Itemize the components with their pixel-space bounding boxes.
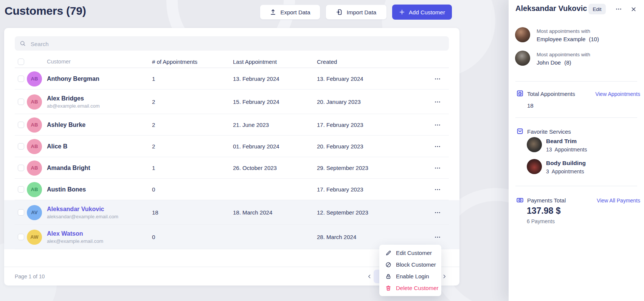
payments-count: 6 Payments xyxy=(527,218,555,224)
panel-more-button[interactable] xyxy=(613,5,624,14)
customer-avatar: AB xyxy=(27,139,42,154)
table-row[interactable]: AB Amanda Bright 1 26. October 2023 29. … xyxy=(4,157,459,179)
table-row[interactable]: AB Ashley Burke 2 21. June 2023 17. Febr… xyxy=(4,114,459,136)
employee-appointments-count: (10) xyxy=(589,36,599,42)
context-menu-item[interactable]: Edit Customer xyxy=(379,247,441,259)
row-actions-button[interactable] xyxy=(431,157,444,179)
chevron-left-icon xyxy=(367,274,372,279)
column-header-appointments: # of Appointments xyxy=(152,55,197,68)
customer-email: alex@example.email.com xyxy=(47,238,103,244)
row-checkbox[interactable] xyxy=(18,186,24,193)
table-header: Customer # of Appointments Last Appointm… xyxy=(4,55,459,68)
service-appointments-count: 13 xyxy=(546,147,552,153)
favorite-services-label: Favorite Services xyxy=(527,128,571,135)
created-date: 12. September 2023 xyxy=(317,200,368,225)
customer-name-link[interactable]: Aleksandar Vukovic xyxy=(47,206,104,213)
row-actions-button[interactable] xyxy=(431,179,444,200)
most-appointments-item: Most appointments with John Doe (8) xyxy=(515,51,599,69)
menu-item-label: Enable Login xyxy=(396,273,429,279)
close-panel-button[interactable] xyxy=(628,5,639,14)
view-all-payments-link[interactable]: View All Payments xyxy=(597,198,640,204)
last-appointment-date: 26. October 2023 xyxy=(233,157,277,179)
table-row[interactable]: AV Aleksandar Vukovic aleksandar@example… xyxy=(4,200,459,225)
customer-email: ab@example.email.com xyxy=(47,103,100,109)
row-actions-button[interactable] xyxy=(431,90,444,114)
export-data-label: Export Data xyxy=(280,9,310,15)
last-appointment-date: 01. February 2024 xyxy=(233,136,279,157)
row-checkbox[interactable] xyxy=(18,143,24,150)
row-actions-button[interactable] xyxy=(431,200,444,225)
favorite-service-item: Body Building 3 Appointments xyxy=(527,159,587,174)
customer-name-link[interactable]: Austin Bones xyxy=(47,186,86,193)
export-icon xyxy=(270,9,276,15)
created-date: 20. February 2023 xyxy=(317,136,363,157)
table-row[interactable]: AB Alex Bridges ab@example.email.com 2 1… xyxy=(4,90,459,114)
divider xyxy=(515,81,637,82)
table-row[interactable]: AB Anthony Bergman 1 13. February 2024 1… xyxy=(4,68,459,90)
close-icon xyxy=(631,6,636,12)
customer-name-link[interactable]: Ashley Burke xyxy=(47,122,85,128)
ellipsis-icon xyxy=(435,165,441,171)
customer-avatar: AV xyxy=(27,205,42,220)
employee-photo-avatar xyxy=(515,51,530,66)
add-customer-button[interactable]: Add Customer xyxy=(392,5,452,20)
service-name: Beard Trim xyxy=(546,138,587,145)
context-menu-item[interactable]: Enable Login xyxy=(379,270,441,282)
add-customer-label: Add Customer xyxy=(409,9,445,15)
edit-button[interactable]: Edit xyxy=(588,4,606,14)
appointments-count: 1 xyxy=(152,157,155,179)
service-appointments-unit: Appointments xyxy=(555,147,587,153)
customer-avatar: AB xyxy=(27,182,42,197)
select-all-checkbox[interactable] xyxy=(18,59,24,65)
context-menu-item[interactable]: Block Customer xyxy=(379,259,441,270)
employee-name-link[interactable]: Employee Example xyxy=(537,36,585,42)
menu-item-icon xyxy=(385,273,391,279)
table-row[interactable]: AB Austin Bones 0 17. February 2023 xyxy=(4,179,459,200)
total-appointments-label: Total Appointments xyxy=(527,91,575,97)
row-checkbox[interactable] xyxy=(18,234,24,240)
import-data-label: Import Data xyxy=(347,9,376,15)
employee-name-link[interactable]: John Doe xyxy=(537,59,561,66)
service-name: Body Building xyxy=(546,160,586,167)
export-data-button[interactable]: Export Data xyxy=(260,5,320,20)
customer-name-link[interactable]: Alex Watson xyxy=(47,230,83,237)
menu-item-icon xyxy=(385,285,391,291)
menu-item-icon xyxy=(385,250,391,256)
customer-name-link[interactable]: Anthony Bergman xyxy=(47,76,99,82)
row-checkbox[interactable] xyxy=(18,122,24,128)
appointments-icon xyxy=(516,90,524,97)
employee-photo-avatar xyxy=(515,27,530,42)
appointments-count: 2 xyxy=(152,90,155,114)
employee-appointments-count: (8) xyxy=(564,59,571,66)
table-row[interactable]: AB Alice B 2 01. February 2024 20. Febru… xyxy=(4,136,459,157)
row-actions-button[interactable] xyxy=(431,136,444,157)
row-checkbox[interactable] xyxy=(18,209,24,216)
import-data-button[interactable]: Import Data xyxy=(326,5,387,20)
column-header-customer: Customer xyxy=(47,55,71,68)
divider xyxy=(515,186,637,186)
pagination-prev-button[interactable] xyxy=(364,271,375,282)
most-appointments-label: Most appointments with xyxy=(537,28,599,34)
context-menu-item[interactable]: Delete Customer xyxy=(379,282,441,294)
customer-detail-panel: Aleksandar Vukovic Edit Most appointment… xyxy=(509,0,644,301)
row-actions-button[interactable] xyxy=(431,68,444,90)
search-input[interactable] xyxy=(30,36,444,51)
customer-name-link[interactable]: Alex Bridges xyxy=(47,95,84,102)
view-appointments-link[interactable]: View Appointments xyxy=(595,91,640,97)
customer-avatar: AB xyxy=(27,94,42,110)
row-checkbox[interactable] xyxy=(18,99,24,105)
customer-avatar: AB xyxy=(27,161,42,176)
ellipsis-icon xyxy=(435,234,441,240)
row-actions-button[interactable] xyxy=(431,114,444,136)
service-appointments-unit: Appointments xyxy=(552,168,584,174)
row-checkbox[interactable] xyxy=(18,76,24,82)
appointments-count: 2 xyxy=(152,136,155,157)
money-icon xyxy=(516,196,524,204)
customer-avatar: AB xyxy=(27,71,42,86)
search-icon xyxy=(20,40,26,46)
customer-name-link[interactable]: Amanda Bright xyxy=(47,165,90,171)
row-checkbox[interactable] xyxy=(18,165,24,171)
ellipsis-icon xyxy=(435,210,441,216)
created-date: 28. March 2024 xyxy=(317,225,356,249)
customer-name-link[interactable]: Alice B xyxy=(47,143,67,150)
